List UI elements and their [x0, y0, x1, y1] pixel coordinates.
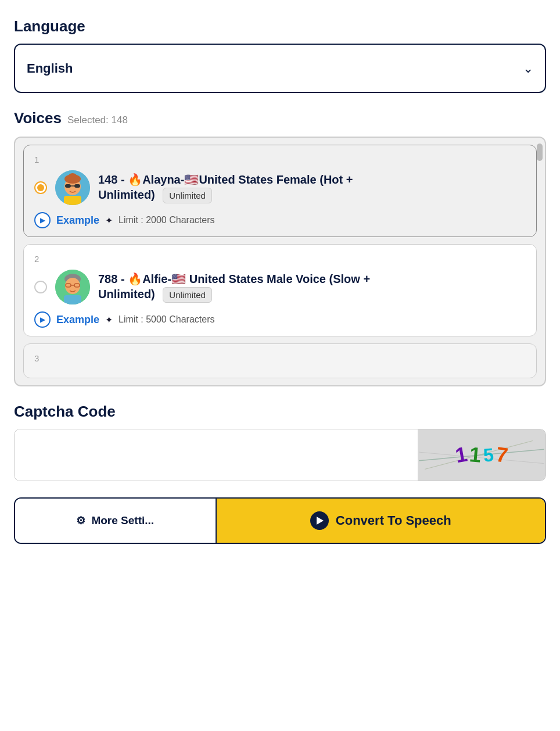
voice-play-button-1[interactable]: ▶ [34, 212, 51, 228]
voice-card-3[interactable]: 3 [23, 343, 537, 378]
captcha-char-1: 1 [454, 442, 469, 468]
captcha-char-3: 5 [483, 444, 495, 466]
voice-card-top-2: 788 - 🔥Alfie-🇺🇸 United States Male Voice… [34, 270, 526, 304]
voice-name-2: 788 - 🔥Alfie-🇺🇸 United States Male Voice… [98, 271, 526, 303]
voice-example-row-2: ▶ Example ✦ Limit : 5000 Characters [34, 311, 526, 328]
voice-name-1: 148 - 🔥Alayna-🇺🇸United States Female (Ho… [98, 172, 526, 204]
voice-card-top-1: 148 - 🔥Alayna-🇺🇸United States Female (Ho… [34, 170, 526, 205]
language-select[interactable]: English Spanish French German [15, 45, 545, 92]
sparkle-icon-1: ✦ [105, 215, 113, 226]
language-section: Language English Spanish French German ⌄ [14, 17, 546, 93]
captcha-chars: 1 1 5 7 [455, 443, 508, 467]
svg-rect-4 [65, 184, 71, 188]
voice-badge-1: Unlimited [163, 188, 212, 204]
svg-rect-14 [64, 295, 81, 304]
captcha-section: Captcha Code 1 1 5 7 [14, 403, 546, 481]
svg-rect-7 [64, 196, 81, 205]
language-select-wrapper[interactable]: English Spanish French German ⌄ [14, 44, 546, 93]
more-settings-button[interactable]: ⚙ More Setti... [15, 499, 217, 543]
voices-list: 1 [14, 137, 546, 386]
convert-to-speech-button[interactable]: Convert To Speech [217, 499, 545, 543]
captcha-row: 1 1 5 7 [14, 429, 546, 481]
captcha-char-4: 7 [494, 442, 509, 468]
sparkle-icon-2: ✦ [105, 314, 113, 325]
voices-header: Voices Selected: 148 [14, 109, 546, 127]
captcha-input[interactable] [15, 429, 418, 481]
svg-rect-5 [74, 184, 80, 188]
bottom-buttons-row: ⚙ More Setti... Convert To Speech [14, 497, 546, 544]
voices-title: Voices [14, 109, 62, 127]
captcha-char-2: 1 [468, 442, 482, 468]
voice-example-link-1[interactable]: Example [56, 214, 99, 227]
settings-icon: ⚙ [76, 514, 85, 527]
language-title: Language [14, 17, 546, 35]
voice-example-link-2[interactable]: Example [56, 314, 99, 326]
scrollbar-thumb[interactable] [537, 144, 543, 161]
voice-radio-2[interactable] [34, 281, 47, 293]
voice-limit-2: Limit : 5000 Characters [119, 314, 214, 325]
voice-number-2: 2 [34, 254, 526, 264]
voice-number-3: 3 [34, 353, 526, 363]
voice-card-2[interactable]: 2 [23, 244, 537, 336]
svg-point-3 [64, 174, 81, 184]
voice-avatar-1 [55, 170, 90, 205]
more-settings-label: More Setti... [91, 514, 154, 527]
voice-number-1: 1 [34, 155, 526, 164]
convert-label: Convert To Speech [336, 513, 451, 528]
voice-play-button-2[interactable]: ▶ [34, 311, 51, 328]
voice-badge-2: Unlimited [163, 287, 212, 303]
voice-avatar-2 [55, 270, 90, 304]
captcha-image: 1 1 5 7 [418, 429, 545, 481]
voice-radio-1[interactable] [34, 181, 47, 194]
voices-selected-count: Selected: 148 [67, 114, 128, 126]
convert-play-icon [310, 511, 329, 530]
voice-limit-1: Limit : 2000 Characters [119, 215, 214, 225]
voices-section: Voices Selected: 148 1 [14, 109, 546, 386]
captcha-title: Captcha Code [14, 403, 546, 421]
voice-example-row-1: ▶ Example ✦ Limit : 2000 Characters [34, 212, 526, 228]
voice-card-1[interactable]: 1 [23, 145, 537, 237]
